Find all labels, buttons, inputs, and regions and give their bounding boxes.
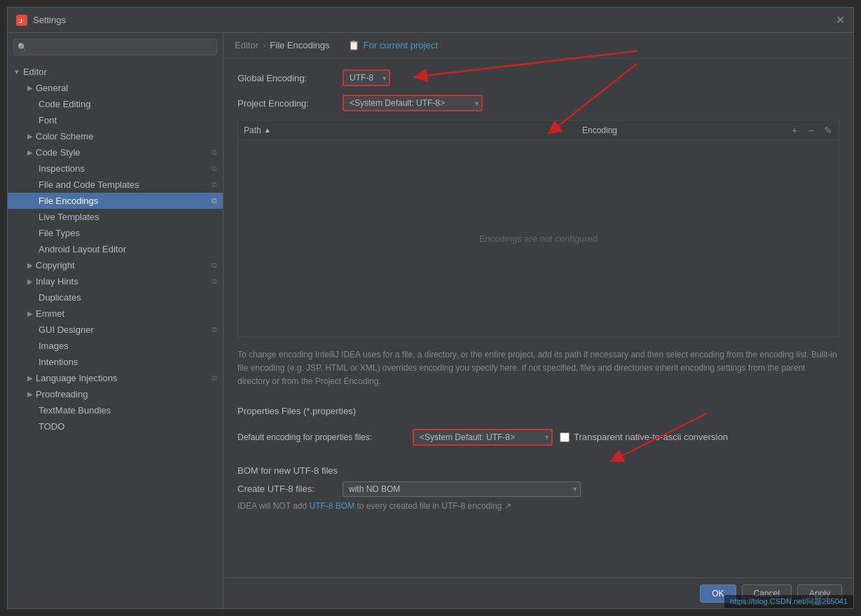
sidebar-label-file-templates: File and Code Templates [39,179,139,190]
sidebar-label-general: General [36,83,68,93]
encoding-column-header: Encoding [577,125,787,135]
sidebar-label-editor: Editor [23,67,47,77]
sidebar-label-emmet: Emmet [36,308,64,319]
create-utf8-select[interactable]: with NO BOM [343,481,581,497]
sidebar: 🔍 ▼ Editor ▶ General Code Editing Font [8,33,223,608]
sidebar-list: ▼ Editor ▶ General Code Editing Font ▶ C… [8,61,223,608]
sidebar-item-duplicates[interactable]: Duplicates [8,289,223,306]
expand-arrow-icon: ▶ [27,261,33,269]
search-box[interactable]: 🔍 [13,39,217,55]
sidebar-item-font[interactable]: Font [8,112,223,128]
project-encoding-select-wrap: <System Default: UTF-8> ▾ [343,95,483,111]
encoding-info-text: To change encoding IntelliJ IDEA uses fo… [237,348,839,389]
dialog-body: 🔍 ▼ Editor ▶ General Code Editing Font [8,33,853,608]
sidebar-item-language-injections[interactable]: ▶ Language Injections ⧉ [8,370,223,386]
copy-icon: ⧉ [212,148,217,157]
for-current-project-link[interactable]: For current project [364,40,438,50]
idea-note-prefix: IDEA will NOT add [237,501,309,511]
project-encoding-row: Project Encoding: <System Default: UTF-8… [237,95,839,111]
props-encoding-select[interactable]: <System Default: UTF-8> [413,429,553,446]
utf8-bom-link[interactable]: UTF-8 BOM [309,501,354,511]
sidebar-item-general[interactable]: ▶ General [8,80,223,96]
sidebar-item-color-scheme[interactable]: ▶ Color Scheme [8,128,223,144]
sidebar-label-lang-injections: Language Injections [36,373,117,383]
breadcrumb-parent: Editor [235,40,259,50]
content-area: Global Encoding: UTF-8 ▾ Project Encodin… [223,58,853,577]
sidebar-label-file-types: File Types [39,228,80,238]
expand-arrow-icon: ▶ [27,132,33,140]
sidebar-item-file-code-templates[interactable]: File and Code Templates ⧉ [8,177,223,193]
sidebar-label-code-editing: Code Editing [39,99,90,109]
empty-table-message: Encodings are not configured [479,233,598,244]
sidebar-item-file-encodings[interactable]: File Encodings ⧉ [8,193,223,209]
expand-arrow-icon: ▶ [27,310,33,317]
create-utf8-label: Create UTF-8 files: [237,484,336,494]
transparent-conversion-checkbox[interactable] [560,432,570,442]
sidebar-item-code-editing[interactable]: Code Editing [8,96,223,112]
global-encoding-row: Global Encoding: UTF-8 ▾ [237,69,839,86]
path-column-header: Path ▲ [238,125,577,135]
svg-text:J: J [19,18,22,25]
path-col-label: Path [244,125,261,135]
dialog-title: Settings [33,15,836,25]
sidebar-label-todo: TODO [39,421,64,432]
main-content: Editor › File Encodings 📋 For current pr… [223,33,853,608]
create-utf8-select-wrap: with NO BOM ▾ [343,481,581,497]
app-icon: J [16,15,27,26]
sidebar-label-intentions: Intentions [39,357,78,367]
sort-asc-icon: ▲ [264,126,271,134]
remove-row-button[interactable]: − [804,123,819,138]
expand-arrow-icon: ▶ [27,84,33,92]
expand-arrow-icon: ▶ [27,390,33,398]
project-encoding-label: Project Encoding: [237,98,336,109]
sidebar-label-android-layout: Android Layout Editor [39,244,126,254]
search-input[interactable] [13,39,217,55]
create-utf8-row: Create UTF-8 files: with NO BOM ▾ [237,481,839,497]
table-body: Encodings are not configured [238,140,839,336]
copy-icon: ⧉ [212,325,217,334]
idea-note-suffix: to every created file in UTF-8 encoding … [354,501,511,511]
title-bar: J Settings ✕ [8,8,853,33]
sidebar-item-live-templates[interactable]: Live Templates [8,209,223,225]
sidebar-item-android-layout[interactable]: Android Layout Editor [8,241,223,257]
copy-icon: ⧉ [212,196,217,205]
watermark: https://blog.CSDN.net/问题265041 [724,595,853,608]
edit-row-button[interactable]: ✎ [820,123,836,138]
search-icon: 🔍 [18,43,27,52]
global-encoding-select-wrap: UTF-8 ▾ [343,69,390,86]
global-encoding-select[interactable]: UTF-8 [343,69,390,86]
copy-icon: ⧉ [212,261,217,270]
transparent-conversion-label: Transparent native-to-ascii conversion [574,432,728,442]
global-encoding-label: Global Encoding: [237,73,336,83]
sidebar-item-images[interactable]: Images [8,338,223,354]
sidebar-item-inlay-hints[interactable]: ▶ Inlay Hints ⧉ [8,273,223,289]
default-encoding-label: Default encoding for properties files: [237,432,406,442]
expand-arrow-icon: ▼ [13,68,20,76]
sidebar-label-duplicates: Duplicates [39,292,81,303]
sidebar-item-todo[interactable]: TODO [8,418,223,434]
sidebar-label-inspections: Inspections [39,163,85,174]
sidebar-item-textmate[interactable]: TextMate Bundles [8,402,223,418]
sidebar-label-gui-designer: GUI Designer [39,324,94,335]
encoding-col-label: Encoding [582,125,617,135]
copy-icon: ⧉ [212,180,217,189]
sidebar-item-proofreading[interactable]: ▶ Proofreading [8,386,223,402]
copy-icon: ⧉ [212,164,217,173]
sidebar-item-copyright[interactable]: ▶ Copyright ⧉ [8,257,223,273]
sidebar-item-emmet[interactable]: ▶ Emmet [8,306,223,322]
sidebar-item-inspections[interactable]: Inspections ⧉ [8,160,223,177]
add-row-button[interactable]: + [787,123,802,138]
sidebar-item-code-style[interactable]: ▶ Code Style ⧉ [8,144,223,160]
sidebar-item-intentions[interactable]: Intentions [8,354,223,370]
project-encoding-select[interactable]: <System Default: UTF-8> [343,95,483,111]
sidebar-item-editor[interactable]: ▼ Editor [8,64,223,80]
table-header: Path ▲ Encoding + − ✎ [238,121,839,140]
copy-icon: ⧉ [212,374,217,383]
sidebar-label-copyright: Copyright [36,260,75,271]
props-encoding-select-wrap: <System Default: UTF-8> ▾ [413,429,553,446]
sidebar-item-file-types[interactable]: File Types [8,225,223,241]
sidebar-item-gui-designer[interactable]: GUI Designer ⧉ [8,322,223,338]
properties-section-title: Properties Files (*.properties) [237,406,839,416]
copy-icon: ⧉ [212,277,217,286]
close-button[interactable]: ✕ [836,13,845,27]
